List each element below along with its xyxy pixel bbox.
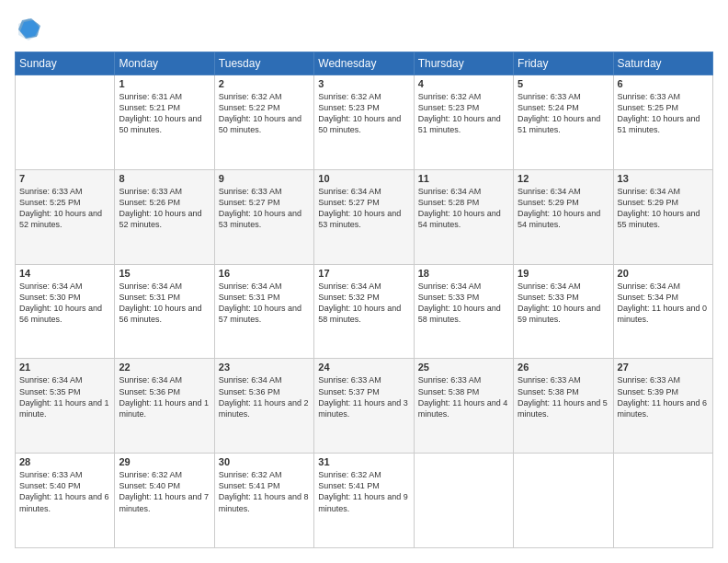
day-info: Sunrise: 6:34 AMSunset: 5:31 PMDaylight:… xyxy=(219,281,310,326)
day-info: Sunrise: 6:33 AMSunset: 5:37 PMDaylight:… xyxy=(318,374,409,419)
day-number: 4 xyxy=(418,78,509,89)
calendar-week-row: 14Sunrise: 6:34 AMSunset: 5:30 PMDayligh… xyxy=(16,264,713,359)
day-number: 1 xyxy=(119,78,210,89)
day-number: 19 xyxy=(518,268,609,279)
day-number: 6 xyxy=(618,78,709,89)
day-number: 17 xyxy=(318,268,409,279)
calendar-cell: 21Sunrise: 6:34 AMSunset: 5:35 PMDayligh… xyxy=(16,359,115,454)
day-info: Sunrise: 6:34 AMSunset: 5:36 PMDaylight:… xyxy=(119,374,210,419)
logo-icon xyxy=(15,15,42,42)
weekday-header: Monday xyxy=(115,52,214,75)
day-info: Sunrise: 6:34 AMSunset: 5:33 PMDaylight:… xyxy=(518,281,609,326)
calendar-cell: 29Sunrise: 6:32 AMSunset: 5:40 PMDayligh… xyxy=(115,454,214,548)
day-info: Sunrise: 6:34 AMSunset: 5:34 PMDaylight:… xyxy=(618,281,709,326)
day-number: 24 xyxy=(318,362,409,373)
day-number: 30 xyxy=(219,456,310,467)
day-number: 7 xyxy=(19,173,110,184)
day-info: Sunrise: 6:33 AMSunset: 5:24 PMDaylight:… xyxy=(518,91,609,136)
weekday-header-row: SundayMondayTuesdayWednesdayThursdayFrid… xyxy=(16,52,713,75)
day-info: Sunrise: 6:34 AMSunset: 5:30 PMDaylight:… xyxy=(19,281,110,326)
calendar-cell: 1Sunrise: 6:31 AMSunset: 5:21 PMDaylight… xyxy=(115,75,214,170)
calendar-cell: 6Sunrise: 6:33 AMSunset: 5:25 PMDaylight… xyxy=(613,75,712,170)
day-number: 16 xyxy=(219,268,310,279)
calendar-cell: 30Sunrise: 6:32 AMSunset: 5:41 PMDayligh… xyxy=(214,454,313,548)
day-info: Sunrise: 6:33 AMSunset: 5:26 PMDaylight:… xyxy=(119,186,210,231)
day-info: Sunrise: 6:32 AMSunset: 5:41 PMDaylight:… xyxy=(219,469,310,514)
day-info: Sunrise: 6:31 AMSunset: 5:21 PMDaylight:… xyxy=(119,91,210,136)
day-info: Sunrise: 6:34 AMSunset: 5:36 PMDaylight:… xyxy=(219,374,310,419)
weekday-header: Wednesday xyxy=(314,52,414,75)
day-info: Sunrise: 6:33 AMSunset: 5:40 PMDaylight:… xyxy=(19,469,110,514)
day-info: Sunrise: 6:34 AMSunset: 5:29 PMDaylight:… xyxy=(618,186,709,231)
weekday-header: Tuesday xyxy=(214,52,313,75)
weekday-header: Thursday xyxy=(414,52,513,75)
day-info: Sunrise: 6:33 AMSunset: 5:27 PMDaylight:… xyxy=(219,186,310,231)
calendar-cell: 20Sunrise: 6:34 AMSunset: 5:34 PMDayligh… xyxy=(613,264,712,359)
day-number: 18 xyxy=(418,268,509,279)
day-number: 5 xyxy=(518,78,609,89)
day-number: 29 xyxy=(119,456,210,467)
calendar-cell: 5Sunrise: 6:33 AMSunset: 5:24 PMDaylight… xyxy=(514,75,613,170)
day-info: Sunrise: 6:34 AMSunset: 5:29 PMDaylight:… xyxy=(518,186,609,231)
day-number: 26 xyxy=(518,362,609,373)
day-info: Sunrise: 6:32 AMSunset: 5:23 PMDaylight:… xyxy=(418,91,509,136)
calendar-cell: 27Sunrise: 6:33 AMSunset: 5:39 PMDayligh… xyxy=(613,359,712,454)
calendar-cell: 17Sunrise: 6:34 AMSunset: 5:32 PMDayligh… xyxy=(314,264,414,359)
calendar-cell xyxy=(414,454,513,548)
day-info: Sunrise: 6:32 AMSunset: 5:40 PMDaylight:… xyxy=(119,469,210,514)
day-number: 8 xyxy=(119,173,210,184)
day-number: 13 xyxy=(618,173,709,184)
day-info: Sunrise: 6:32 AMSunset: 5:23 PMDaylight:… xyxy=(318,91,409,136)
header xyxy=(15,15,713,42)
calendar-cell: 8Sunrise: 6:33 AMSunset: 5:26 PMDaylight… xyxy=(115,169,214,264)
calendar-cell: 13Sunrise: 6:34 AMSunset: 5:29 PMDayligh… xyxy=(613,169,712,264)
calendar-cell: 15Sunrise: 6:34 AMSunset: 5:31 PMDayligh… xyxy=(115,264,214,359)
weekday-header: Saturday xyxy=(613,52,712,75)
day-info: Sunrise: 6:33 AMSunset: 5:25 PMDaylight:… xyxy=(618,91,709,136)
day-number: 21 xyxy=(19,362,110,373)
calendar-cell: 12Sunrise: 6:34 AMSunset: 5:29 PMDayligh… xyxy=(514,169,613,264)
calendar-cell: 4Sunrise: 6:32 AMSunset: 5:23 PMDaylight… xyxy=(414,75,513,170)
day-info: Sunrise: 6:33 AMSunset: 5:38 PMDaylight:… xyxy=(518,374,609,419)
day-number: 25 xyxy=(418,362,509,373)
day-info: Sunrise: 6:33 AMSunset: 5:38 PMDaylight:… xyxy=(418,374,509,419)
day-number: 22 xyxy=(119,362,210,373)
calendar-cell: 24Sunrise: 6:33 AMSunset: 5:37 PMDayligh… xyxy=(314,359,414,454)
day-number: 28 xyxy=(19,456,110,467)
calendar-cell: 9Sunrise: 6:33 AMSunset: 5:27 PMDaylight… xyxy=(214,169,313,264)
calendar-week-row: 1Sunrise: 6:31 AMSunset: 5:21 PMDaylight… xyxy=(16,75,713,170)
calendar-cell: 3Sunrise: 6:32 AMSunset: 5:23 PMDaylight… xyxy=(314,75,414,170)
day-number: 31 xyxy=(318,456,409,467)
calendar-cell: 16Sunrise: 6:34 AMSunset: 5:31 PMDayligh… xyxy=(214,264,313,359)
day-info: Sunrise: 6:34 AMSunset: 5:27 PMDaylight:… xyxy=(318,186,409,231)
day-number: 14 xyxy=(19,268,110,279)
day-info: Sunrise: 6:34 AMSunset: 5:35 PMDaylight:… xyxy=(19,374,110,419)
calendar-cell: 7Sunrise: 6:33 AMSunset: 5:25 PMDaylight… xyxy=(16,169,115,264)
calendar-cell xyxy=(16,75,115,170)
day-info: Sunrise: 6:34 AMSunset: 5:32 PMDaylight:… xyxy=(318,281,409,326)
calendar-cell xyxy=(613,454,712,548)
calendar-cell: 11Sunrise: 6:34 AMSunset: 5:28 PMDayligh… xyxy=(414,169,513,264)
calendar-cell: 19Sunrise: 6:34 AMSunset: 5:33 PMDayligh… xyxy=(514,264,613,359)
day-info: Sunrise: 6:34 AMSunset: 5:28 PMDaylight:… xyxy=(418,186,509,231)
day-number: 2 xyxy=(219,78,310,89)
day-number: 11 xyxy=(418,173,509,184)
day-info: Sunrise: 6:33 AMSunset: 5:39 PMDaylight:… xyxy=(618,374,709,419)
calendar-cell: 22Sunrise: 6:34 AMSunset: 5:36 PMDayligh… xyxy=(115,359,214,454)
day-number: 23 xyxy=(219,362,310,373)
page: SundayMondayTuesdayWednesdayThursdayFrid… xyxy=(0,0,728,563)
day-number: 20 xyxy=(618,268,709,279)
calendar-week-row: 7Sunrise: 6:33 AMSunset: 5:25 PMDaylight… xyxy=(16,169,713,264)
day-info: Sunrise: 6:34 AMSunset: 5:31 PMDaylight:… xyxy=(119,281,210,326)
day-number: 10 xyxy=(318,173,409,184)
calendar-table: SundayMondayTuesdayWednesdayThursdayFrid… xyxy=(15,52,713,548)
calendar-cell: 26Sunrise: 6:33 AMSunset: 5:38 PMDayligh… xyxy=(514,359,613,454)
day-number: 15 xyxy=(119,268,210,279)
calendar-cell: 25Sunrise: 6:33 AMSunset: 5:38 PMDayligh… xyxy=(414,359,513,454)
calendar-cell: 18Sunrise: 6:34 AMSunset: 5:33 PMDayligh… xyxy=(414,264,513,359)
weekday-header: Sunday xyxy=(16,52,115,75)
calendar-cell: 2Sunrise: 6:32 AMSunset: 5:22 PMDaylight… xyxy=(214,75,313,170)
calendar-week-row: 28Sunrise: 6:33 AMSunset: 5:40 PMDayligh… xyxy=(16,454,713,548)
calendar-cell: 31Sunrise: 6:32 AMSunset: 5:41 PMDayligh… xyxy=(314,454,414,548)
day-number: 3 xyxy=(318,78,409,89)
